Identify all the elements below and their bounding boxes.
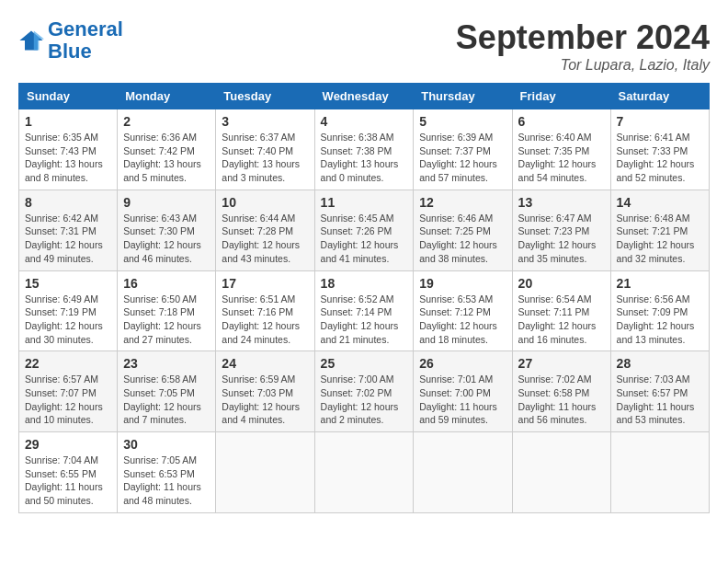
week-row-4: 22Sunrise: 6:57 AMSunset: 7:07 PMDayligh… (19, 351, 710, 432)
calendar-cell: 24Sunrise: 6:59 AMSunset: 7:03 PMDayligh… (216, 351, 314, 432)
day-info: Sunrise: 6:45 AMSunset: 7:26 PMDaylight:… (321, 212, 408, 266)
logo-line1: General (48, 17, 123, 40)
day-number: 4 (321, 114, 408, 129)
day-number: 2 (123, 114, 210, 129)
day-info: Sunrise: 6:57 AMSunset: 7:07 PMDaylight:… (25, 373, 111, 427)
location: Tor Lupara, Lazio, Italy (456, 57, 710, 74)
calendar-cell: 28Sunrise: 7:03 AMSunset: 6:57 PMDayligh… (610, 351, 709, 432)
calendar-cell: 30Sunrise: 7:05 AMSunset: 6:53 PMDayligh… (118, 432, 216, 513)
calendar-cell: 18Sunrise: 6:52 AMSunset: 7:14 PMDayligh… (314, 270, 414, 351)
week-row-3: 15Sunrise: 6:49 AMSunset: 7:19 PMDayligh… (19, 270, 710, 351)
day-info: Sunrise: 6:35 AMSunset: 7:43 PMDaylight:… (25, 131, 111, 185)
logo: General Blue (18, 18, 123, 63)
day-number: 1 (25, 114, 111, 129)
day-info: Sunrise: 6:46 AMSunset: 7:25 PMDaylight:… (419, 212, 506, 266)
calendar-cell: 23Sunrise: 6:58 AMSunset: 7:05 PMDayligh… (118, 351, 216, 432)
calendar-cell (216, 432, 314, 513)
page-header: General Blue September 2024 Tor Lupara, … (18, 18, 710, 74)
day-info: Sunrise: 7:02 AMSunset: 6:58 PMDaylight:… (518, 373, 605, 427)
day-info: Sunrise: 6:59 AMSunset: 7:03 PMDaylight:… (222, 373, 308, 427)
calendar-cell (610, 432, 709, 513)
day-info: Sunrise: 6:50 AMSunset: 7:18 PMDaylight:… (123, 293, 210, 347)
day-info: Sunrise: 6:52 AMSunset: 7:14 PMDaylight:… (321, 293, 408, 347)
day-number: 16 (123, 276, 210, 291)
day-number: 9 (123, 195, 210, 210)
logo-icon (18, 28, 44, 53)
weekday-header-row: SundayMondayTuesdayWednesdayThursdayFrid… (19, 84, 710, 109)
day-info: Sunrise: 7:01 AMSunset: 7:00 PMDaylight:… (419, 373, 506, 427)
calendar-cell: 11Sunrise: 6:45 AMSunset: 7:26 PMDayligh… (314, 190, 414, 270)
calendar-cell: 9Sunrise: 6:43 AMSunset: 7:30 PMDaylight… (118, 190, 216, 270)
weekday-header-tuesday: Tuesday (216, 84, 314, 109)
day-number: 17 (222, 276, 308, 291)
weekday-header-monday: Monday (118, 84, 216, 109)
day-number: 26 (419, 356, 506, 371)
month-title: September 2024 (456, 18, 710, 57)
day-info: Sunrise: 6:41 AMSunset: 7:33 PMDaylight:… (617, 131, 703, 185)
day-info: Sunrise: 6:44 AMSunset: 7:28 PMDaylight:… (222, 212, 308, 266)
day-info: Sunrise: 6:51 AMSunset: 7:16 PMDaylight:… (222, 293, 308, 347)
calendar-cell: 12Sunrise: 6:46 AMSunset: 7:25 PMDayligh… (414, 190, 512, 270)
day-number: 23 (123, 356, 210, 371)
day-number: 15 (25, 276, 111, 291)
title-block: September 2024 Tor Lupara, Lazio, Italy (456, 18, 710, 74)
weekday-header-friday: Friday (512, 84, 610, 109)
day-number: 7 (617, 114, 703, 129)
day-info: Sunrise: 6:56 AMSunset: 7:09 PMDaylight:… (617, 293, 703, 347)
calendar-cell: 16Sunrise: 6:50 AMSunset: 7:18 PMDayligh… (118, 270, 216, 351)
day-info: Sunrise: 7:05 AMSunset: 6:53 PMDaylight:… (123, 454, 210, 508)
calendar-cell: 6Sunrise: 6:40 AMSunset: 7:35 PMDaylight… (512, 109, 610, 190)
day-number: 30 (123, 437, 210, 452)
day-number: 13 (518, 195, 605, 210)
day-number: 19 (419, 276, 506, 291)
calendar-cell: 25Sunrise: 7:00 AMSunset: 7:02 PMDayligh… (314, 351, 414, 432)
calendar-cell: 15Sunrise: 6:49 AMSunset: 7:19 PMDayligh… (19, 270, 118, 351)
day-info: Sunrise: 6:53 AMSunset: 7:12 PMDaylight:… (419, 293, 506, 347)
day-number: 3 (222, 114, 308, 129)
day-info: Sunrise: 6:54 AMSunset: 7:11 PMDaylight:… (518, 293, 605, 347)
day-number: 18 (321, 276, 408, 291)
day-number: 11 (321, 195, 408, 210)
logo-line2: Blue (48, 40, 92, 63)
calendar-cell (314, 432, 414, 513)
day-number: 10 (222, 195, 308, 210)
calendar-cell: 2Sunrise: 6:36 AMSunset: 7:42 PMDaylight… (118, 109, 216, 190)
svg-marker-0 (19, 31, 42, 51)
calendar-cell: 29Sunrise: 7:04 AMSunset: 6:55 PMDayligh… (19, 432, 118, 513)
day-info: Sunrise: 6:42 AMSunset: 7:31 PMDaylight:… (25, 212, 111, 266)
day-number: 8 (25, 195, 111, 210)
day-info: Sunrise: 6:47 AMSunset: 7:23 PMDaylight:… (518, 212, 605, 266)
day-number: 22 (25, 356, 111, 371)
weekday-header-sunday: Sunday (19, 84, 118, 109)
day-number: 21 (617, 276, 703, 291)
day-number: 25 (321, 356, 408, 371)
calendar-cell: 5Sunrise: 6:39 AMSunset: 7:37 PMDaylight… (414, 109, 512, 190)
day-number: 6 (518, 114, 605, 129)
day-info: Sunrise: 6:38 AMSunset: 7:38 PMDaylight:… (321, 131, 408, 185)
day-info: Sunrise: 6:48 AMSunset: 7:21 PMDaylight:… (617, 212, 703, 266)
weekday-header-saturday: Saturday (610, 84, 709, 109)
calendar-cell: 27Sunrise: 7:02 AMSunset: 6:58 PMDayligh… (512, 351, 610, 432)
calendar-cell: 14Sunrise: 6:48 AMSunset: 7:21 PMDayligh… (610, 190, 709, 270)
day-info: Sunrise: 7:00 AMSunset: 7:02 PMDaylight:… (321, 373, 408, 427)
day-info: Sunrise: 6:39 AMSunset: 7:37 PMDaylight:… (419, 131, 506, 185)
day-info: Sunrise: 6:49 AMSunset: 7:19 PMDaylight:… (25, 293, 111, 347)
day-number: 28 (617, 356, 703, 371)
weekday-header-wednesday: Wednesday (314, 84, 414, 109)
calendar-cell: 26Sunrise: 7:01 AMSunset: 7:00 PMDayligh… (414, 351, 512, 432)
day-number: 14 (617, 195, 703, 210)
calendar-cell: 8Sunrise: 6:42 AMSunset: 7:31 PMDaylight… (19, 190, 118, 270)
day-number: 24 (222, 356, 308, 371)
calendar-cell: 21Sunrise: 6:56 AMSunset: 7:09 PMDayligh… (610, 270, 709, 351)
calendar-cell: 17Sunrise: 6:51 AMSunset: 7:16 PMDayligh… (216, 270, 314, 351)
day-number: 27 (518, 356, 605, 371)
weekday-header-thursday: Thursday (414, 84, 512, 109)
calendar-cell: 1Sunrise: 6:35 AMSunset: 7:43 PMDaylight… (19, 109, 118, 190)
day-info: Sunrise: 6:37 AMSunset: 7:40 PMDaylight:… (222, 131, 308, 185)
calendar-cell: 3Sunrise: 6:37 AMSunset: 7:40 PMDaylight… (216, 109, 314, 190)
day-info: Sunrise: 7:04 AMSunset: 6:55 PMDaylight:… (25, 454, 111, 508)
day-info: Sunrise: 6:58 AMSunset: 7:05 PMDaylight:… (123, 373, 210, 427)
calendar-cell: 19Sunrise: 6:53 AMSunset: 7:12 PMDayligh… (414, 270, 512, 351)
calendar-cell (512, 432, 610, 513)
calendar-cell: 22Sunrise: 6:57 AMSunset: 7:07 PMDayligh… (19, 351, 118, 432)
